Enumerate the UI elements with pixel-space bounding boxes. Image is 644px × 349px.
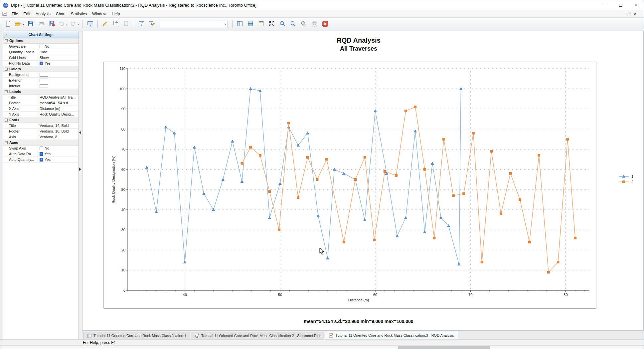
checked-checkbox-icon[interactable]	[40, 62, 43, 65]
open-file-button[interactable]	[14, 19, 25, 29]
group-label: Colors	[9, 67, 21, 71]
close-view-button[interactable]	[320, 19, 330, 29]
zoom-in-button[interactable]	[277, 19, 287, 29]
prop-fonts-footer-value[interactable]: Verdana, 10, Bold	[38, 129, 79, 134]
paste-button[interactable]	[121, 19, 131, 29]
color-swatch[interactable]	[40, 79, 48, 82]
svg-text:70: 70	[468, 293, 472, 297]
collapse-left-icon[interactable]	[79, 131, 81, 134]
zoom-pan-button[interactable]	[299, 19, 309, 29]
group-colors[interactable]: -Colors	[3, 66, 79, 72]
prop-options-quantity-labels-value[interactable]: Hide	[38, 49, 79, 55]
prop-axes-auto-quantity-value[interactable]: Yes	[38, 157, 79, 162]
prop-colors-background-value[interactable]	[38, 72, 79, 77]
prop-options-grid-lines-value[interactable]: Show	[38, 55, 79, 60]
collapse-icon[interactable]: -	[5, 68, 8, 71]
prop-options-quantity-labels: Quantity LabelsHide	[3, 49, 79, 55]
minimize-button[interactable]	[598, 0, 613, 10]
prop-labels-footer-value[interactable]: mean=54.154 s.d....	[38, 100, 79, 106]
prop-options-plot-no-data-value[interactable]: Yes	[38, 61, 79, 66]
filter-button[interactable]	[136, 19, 146, 29]
new-window-button[interactable]	[256, 19, 266, 29]
prop-colors-exterior-value[interactable]	[38, 78, 79, 83]
edit-pen-button[interactable]	[100, 19, 110, 29]
group-labels[interactable]: -Labels	[3, 89, 79, 95]
prop-options-grayscale-value[interactable]: No	[38, 44, 79, 49]
prop-fonts-axis-value[interactable]: Verdana, 8	[38, 134, 79, 140]
tab-label: Tutorial 11 Oriented Core and Rock Mass …	[201, 334, 320, 338]
redo-button[interactable]	[69, 19, 80, 29]
menu-analysis[interactable]: Analysis	[33, 11, 53, 17]
zoom-out-button[interactable]	[288, 19, 298, 29]
undo-button[interactable]	[58, 19, 69, 29]
prop-colors-interior-value[interactable]	[38, 83, 79, 89]
mdi-minimize-button[interactable]: –	[619, 12, 621, 16]
prop-fonts-footer-text: Verdana, 10, Bold	[40, 129, 69, 133]
tab-view-3[interactable]: Tutorial 11 Oriented Core and Rock Mass …	[325, 331, 458, 339]
svg-text:50: 50	[121, 187, 125, 191]
menu-window[interactable]: Window	[89, 11, 109, 17]
panel-menu-icon[interactable]	[5, 34, 8, 35]
scrollbar-thumb[interactable]	[398, 346, 490, 349]
titlebar: Dips - [Tutorial 11 Oriented Core and Ro…	[0, 0, 644, 10]
export-image-button[interactable]	[47, 19, 57, 29]
collapse-icon[interactable]: -	[5, 119, 8, 122]
tab-view-2[interactable]: Tutorial 11 Oriented Core and Rock Mass …	[191, 332, 324, 339]
collapse-right-icon[interactable]	[79, 168, 81, 171]
save-file-button[interactable]	[26, 19, 36, 29]
menu-statistics[interactable]: Statistics	[68, 11, 89, 17]
panel-empty-area	[3, 163, 79, 339]
prop-axes-swap-axis-value[interactable]: No	[38, 146, 79, 151]
globe-button[interactable]	[309, 19, 319, 29]
view-column: RQD AnalysisAll Traverses405060708001020…	[82, 31, 644, 339]
menu-help[interactable]: Help	[109, 11, 123, 17]
new-file-button[interactable]	[3, 19, 13, 29]
mdi-restore-button[interactable]	[626, 13, 629, 15]
split-vertical-button[interactable]	[235, 19, 245, 29]
menu-chart[interactable]: Chart	[53, 11, 68, 17]
chart-settings-header[interactable]: Chart Settings	[3, 31, 79, 38]
group-label: Options	[9, 39, 23, 43]
prop-fonts-title-value[interactable]: Verdana, 14, Bold	[38, 123, 79, 128]
horizontal-scrollbar[interactable]	[0, 345, 644, 349]
tab-view-1[interactable]: Tutorial 11 Oriented Core and Rock Mass …	[83, 332, 190, 339]
copy-button[interactable]	[111, 19, 121, 29]
panel-splitter[interactable]	[79, 31, 82, 339]
print-button[interactable]	[36, 19, 46, 29]
group-fonts[interactable]: -Fonts	[3, 117, 79, 123]
chevron-down-icon[interactable]	[224, 24, 226, 25]
close-button[interactable]: ×	[628, 0, 644, 10]
svg-text:100: 100	[119, 87, 125, 91]
collapse-icon[interactable]: -	[5, 141, 8, 144]
prop-options-grid-lines-label: Grid Lines	[3, 55, 38, 60]
open-file-icon	[14, 20, 21, 28]
filter-edit-button[interactable]	[147, 19, 157, 29]
checked-checkbox-icon[interactable]	[40, 152, 43, 156]
filter-icon	[138, 20, 145, 28]
fit-extents-button[interactable]	[267, 19, 277, 29]
split-horizontal-button[interactable]	[245, 19, 255, 29]
menu-edit[interactable]: Edit	[21, 11, 33, 17]
presentation-button[interactable]	[85, 19, 95, 29]
prop-labels-y-axis-value[interactable]: Rock Quality Desig...	[38, 112, 79, 117]
collapse-icon[interactable]: -	[5, 90, 8, 93]
prop-labels-title-value[interactable]: RQD AnalysisAll Tra...	[38, 95, 79, 100]
color-swatch[interactable]	[40, 84, 48, 88]
prop-fonts-footer: FooterVerdana, 10, Bold	[3, 129, 79, 134]
maximize-button[interactable]	[613, 0, 628, 10]
mdi-close-button[interactable]: ×	[634, 12, 636, 16]
checked-checkbox-icon[interactable]	[40, 158, 43, 162]
collapse-icon[interactable]: -	[5, 39, 8, 42]
group-options[interactable]: -Options	[3, 38, 79, 44]
chart-view[interactable]: RQD AnalysisAll Traverses405060708001020…	[82, 31, 644, 331]
svg-text:50: 50	[278, 293, 282, 297]
traverse-filter-combo[interactable]	[160, 21, 228, 28]
new-window-icon	[258, 20, 264, 28]
prop-labels-x-axis-value[interactable]: Distance (m)	[38, 106, 79, 111]
menu-file[interactable]: File	[9, 11, 21, 17]
group-axes[interactable]: -Axes	[3, 140, 79, 146]
unchecked-checkbox-icon[interactable]	[40, 45, 43, 48]
unchecked-checkbox-icon[interactable]	[40, 147, 43, 150]
prop-axes-auto-data-ra-value[interactable]: Yes	[38, 151, 79, 157]
color-swatch[interactable]	[40, 73, 48, 77]
